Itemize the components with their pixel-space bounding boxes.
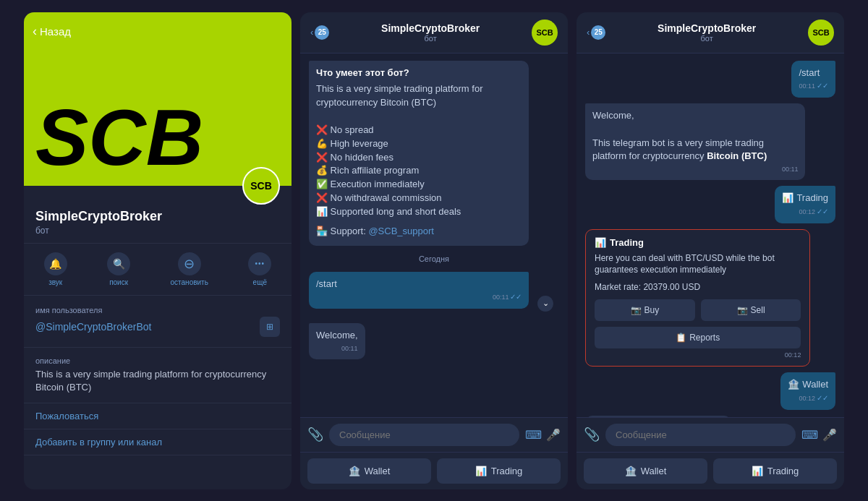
buy-icon: 📷 <box>631 305 642 315</box>
stop-action[interactable]: ⊖ остановить <box>171 252 208 286</box>
chat-message-bot-intro: Что умеет этот бот? This is a very simpl… <box>309 61 529 246</box>
search-action[interactable]: 🔍 поиск <box>107 252 130 286</box>
welcome-msg-right: Welcome, This telegram bot is a very sim… <box>585 103 805 180</box>
keyboard-icon[interactable]: ⌨ <box>525 428 542 442</box>
welcome-time-right: 00:11 <box>592 165 798 174</box>
support-label: 🏪 Support: <box>316 226 368 236</box>
trading-bottom-button[interactable]: 📊 Trading <box>713 458 837 484</box>
execution: ✅ Execution immediately <box>316 179 425 189</box>
trading-flag-icon: 📊 <box>782 192 793 205</box>
chat-back-button[interactable]: ‹ 25 <box>310 25 329 40</box>
bottom-buttons-right: 🏦 Wallet 📊 Trading <box>576 452 844 489</box>
start-text-right: /start <box>799 67 820 78</box>
start-message: /start 00:11 ✓✓ <box>309 272 529 309</box>
username-value: @SimpleCryptoBrokerBot ⊞ <box>35 317 280 337</box>
mic-icon[interactable]: 🎤 <box>546 428 561 442</box>
wallet-bottom-label: Wallet <box>641 466 667 476</box>
attach-icon[interactable]: 📎 <box>307 427 323 442</box>
trading-out-msg: 📊 Trading 00:12 ✓✓ <box>775 186 835 223</box>
wallet-out-text: 🏦 Wallet <box>788 378 828 392</box>
start-time: 00:11 ✓✓ <box>316 292 522 303</box>
qr-icon[interactable]: ⊞ <box>260 317 280 337</box>
scb-logo: SCB <box>35 98 280 177</box>
back-chevron-icon: ‹ <box>33 24 37 39</box>
chat-title-right: SimpleCryptoBroker <box>613 22 801 34</box>
keyboard-icon-right[interactable]: ⌨ <box>801 428 818 442</box>
wallet-bottom-icon: 🏦 <box>625 466 637 476</box>
trading-card-title: 📊 Trading <box>595 237 801 248</box>
wallet-button[interactable]: 🏦 Wallet <box>307 458 431 484</box>
desc-label: описание <box>35 356 280 365</box>
trading-card-icon: 📊 <box>595 237 606 248</box>
message-input[interactable] <box>329 424 519 446</box>
chat-title-area: SimpleCryptoBroker бот <box>336 22 524 43</box>
wallet-out-msg: 🏦 Wallet 00:12 ✓✓ <box>780 372 835 409</box>
mic-icon-right[interactable]: 🎤 <box>822 428 837 442</box>
back-chevron-icon: ‹ <box>310 27 313 38</box>
desc-text: This is a very simple trading platform f… <box>35 368 280 394</box>
no-spread: ❌ No spread <box>316 124 374 135</box>
attach-icon-right[interactable]: 📎 <box>584 427 600 442</box>
support-link[interactable]: @SCB_support <box>368 226 434 236</box>
scroll-down-button[interactable]: ⌄ <box>537 296 553 312</box>
wallet-out-time: 00:12 ✓✓ <box>788 393 828 404</box>
chat-input-area: 📎 ⌨ 🎤 <box>300 417 568 452</box>
buy-button[interactable]: 📷 Buy <box>595 299 695 321</box>
back-button[interactable]: ‹ Назад <box>33 24 71 39</box>
reports-button[interactable]: 📋 Reports <box>595 327 801 348</box>
chat-title: SimpleCryptoBroker <box>336 22 524 34</box>
chat-panel-right: ‹ 25 SimpleCryptoBroker бот SCB /start 0… <box>576 12 844 489</box>
chat-header: ‹ 25 SimpleCryptoBroker бот SCB <box>300 12 568 53</box>
wallet-bottom-button[interactable]: 🏦 Wallet <box>584 458 707 484</box>
add-to-group-link[interactable]: Добавить в группу или канал <box>24 429 292 455</box>
trading-card-rate: Market rate: 20379.00 USD <box>595 282 801 292</box>
support-line: 🏪 Support: @SCB_support <box>316 225 522 239</box>
trading-out-time: 00:12 ✓✓ <box>782 207 828 218</box>
trading-bottom-icon: 📊 <box>752 466 763 476</box>
chat-input-area-right: 📎 ⌨ 🎤 <box>576 417 844 452</box>
reports-icon: 📋 <box>676 333 686 343</box>
chat-avatar-right[interactable]: SCB <box>808 20 834 46</box>
trading-icon: 📊 <box>475 466 487 476</box>
wallet-label: Wallet <box>365 466 391 476</box>
description-section: описание This is a very simple trading p… <box>24 348 292 403</box>
sound-action[interactable]: 🔔 звук <box>44 252 67 286</box>
message-title: Что умеет этот бот? <box>316 67 522 80</box>
notification-badge-right: 25 <box>591 25 605 40</box>
username-label: имя пользователя <box>35 306 280 314</box>
chat-header-right: ‹ 25 SimpleCryptoBroker бот SCB <box>576 12 844 53</box>
input-icons-right: ⌨ 🎤 <box>801 428 837 442</box>
more-label: ещё <box>253 278 267 286</box>
chat-avatar[interactable]: SCB <box>532 20 558 46</box>
welcome-text: Welcome, <box>316 330 358 341</box>
affiliate: 💰 Rich affiliate program <box>316 165 419 176</box>
wallet-flag-icon: 🏦 <box>788 378 799 392</box>
card-action-buttons: 📷 Buy 📷 Sell <box>595 299 801 321</box>
welcome-time: 00:11 <box>316 344 358 354</box>
message-input-right[interactable] <box>605 424 796 446</box>
stop-label: остановить <box>171 278 208 286</box>
chat-subtitle: бот <box>336 34 524 43</box>
search-label: поиск <box>109 278 128 286</box>
trading-out-text: 📊 Trading <box>782 192 828 205</box>
report-link[interactable]: Пожаловаться <box>24 403 292 429</box>
profile-panel: ‹ Назад SCB SCB SimpleCryptoBroker бот 🔔… <box>24 12 292 489</box>
date-separator: Сегодня <box>309 254 559 263</box>
chat-back-button-right[interactable]: ‹ 25 <box>587 25 605 40</box>
sell-button[interactable]: 📷 Sell <box>701 299 801 321</box>
start-msg-right: /start 00:11 ✓✓ <box>791 61 835 98</box>
trading-button[interactable]: 📊 Trading <box>437 458 561 484</box>
start-text: /start <box>316 278 337 289</box>
more-action[interactable]: ••• ещё <box>248 252 271 286</box>
stop-icon: ⊖ <box>178 252 201 275</box>
chat-panel-left: ‹ 25 SimpleCryptoBroker бот SCB Что умее… <box>300 12 568 489</box>
sound-label: звук <box>48 278 62 286</box>
back-label: Назад <box>40 25 71 38</box>
trading-bottom-label: Trading <box>767 466 799 476</box>
start-time-right: 00:11 ✓✓ <box>799 81 828 92</box>
search-icon: 🔍 <box>107 252 130 275</box>
chat-messages-right: /start 00:11 ✓✓ Welcome, This telegram b… <box>576 53 844 417</box>
rate-value: 20379.00 USD <box>643 282 700 292</box>
profile-hero: ‹ Назад SCB SCB <box>24 12 292 186</box>
btc-bold: Bitcoin (BTC) <box>707 150 767 161</box>
